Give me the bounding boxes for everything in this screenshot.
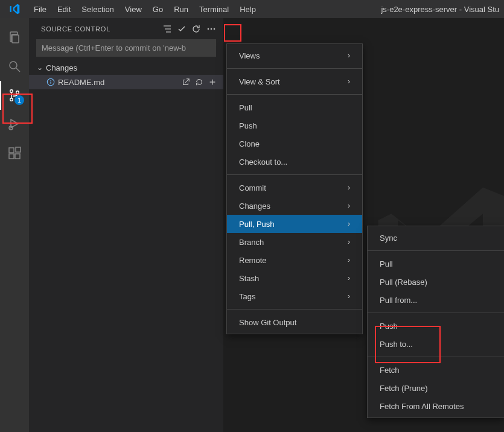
svg-point-4 [16,91,19,94]
menu-clone[interactable]: Clone [227,135,362,153]
menu-push[interactable]: Push [227,116,362,135]
svg-point-14 [211,28,212,30]
menu-checkout[interactable]: Checkout to... [227,153,362,171]
chevron-right-icon: › [348,274,350,282]
menu-run[interactable]: Run [169,2,193,16]
svg-point-3 [10,98,13,101]
chevron-right-icon: › [348,256,350,264]
activity-extensions[interactable] [0,139,29,168]
chevron-right-icon: › [348,238,350,246]
submenu-pull-rebase[interactable]: Pull (Rebase) [368,273,504,291]
menu-separator [227,309,362,310]
menu-pull[interactable]: Pull [227,98,362,116]
chevron-right-icon: › [348,51,350,60]
chevron-right-icon: › [348,77,350,86]
chevron-right-icon: › [348,220,350,228]
changed-file[interactable]: README.md [29,75,223,89]
svg-rect-7 [9,154,14,159]
menu-pull-push[interactable]: Pull, Push› [227,215,362,233]
changes-label: Changes [46,63,77,72]
info-file-icon [46,77,56,87]
menu-edit[interactable]: Edit [53,2,75,16]
menu-separator [368,357,504,357]
menu-commit[interactable]: Commit› [227,179,362,197]
scm-more-menu: Views› View & Sort› Pull Push Clone Chec… [226,43,363,334]
submenu-sync[interactable]: Sync [368,229,504,247]
submenu-fetch-prune[interactable]: Fetch (Prune) [368,379,504,397]
refresh-icon[interactable] [190,22,203,36]
commit-message-input[interactable]: Message (Ctrl+Enter to commit on 'new-b [36,39,216,57]
menu-tags[interactable]: Tags› [227,287,362,305]
discard-icon[interactable] [193,75,205,89]
scm-badge: 1 [14,95,24,105]
chevron-right-icon: › [348,202,350,210]
activity-bar: 1 [0,18,29,432]
submenu-pull[interactable]: Pull [368,255,504,273]
submenu-fetch-all[interactable]: Fetch From All Remotes [368,397,504,415]
window-title: js-e2e-express-server - Visual Stu [381,5,504,14]
panel-title: SOURCE CONTROL [41,25,161,33]
activity-explorer[interactable] [0,23,29,52]
svg-point-2 [10,90,13,93]
submenu-pull-from[interactable]: Pull from... [368,291,504,309]
activity-source-control[interactable]: 1 [0,81,29,110]
menu-bar: File Edit Selection View Go Run Terminal… [29,2,261,16]
submenu-fetch[interactable]: Fetch [368,361,504,379]
menu-remote[interactable]: Remote› [227,251,362,269]
svg-rect-8 [15,154,20,159]
menu-stash[interactable]: Stash› [227,269,362,287]
activity-run-debug[interactable] [0,110,29,139]
changes-section[interactable]: ⌄ Changes [29,60,223,75]
menu-branch[interactable]: Branch› [227,233,362,251]
view-as-tree-icon[interactable] [161,22,174,36]
menu-help[interactable]: Help [235,2,261,16]
pull-push-submenu: Sync Pull Pull (Rebase) Pull from... Pus… [367,226,504,418]
svg-rect-6 [9,148,14,153]
svg-point-0 [10,62,17,69]
menu-terminal[interactable]: Terminal [194,2,234,16]
svg-rect-9 [16,147,21,152]
menu-separator [368,313,504,313]
menu-show-git-output[interactable]: Show Git Output [227,313,362,331]
menu-view-sort[interactable]: View & Sort› [227,72,362,91]
activity-search[interactable] [0,52,29,81]
svg-point-18 [50,80,51,81]
commit-check-icon[interactable] [175,22,188,36]
menu-separator [227,94,362,95]
menu-file[interactable]: File [29,2,51,16]
more-actions-icon[interactable] [204,22,219,36]
stage-plus-icon[interactable] [206,75,219,89]
menu-separator [227,174,362,175]
menu-separator [368,250,504,251]
menu-changes[interactable]: Changes› [227,197,362,215]
submenu-push-to[interactable]: Push to... [368,335,504,353]
svg-point-13 [208,28,209,30]
open-file-icon[interactable] [180,75,192,89]
chevron-right-icon: › [348,183,350,192]
svg-line-1 [16,68,20,72]
source-control-panel: SOURCE CONTROL Message (Ctrl+Enter to co… [29,18,223,432]
file-name: README.md [58,78,180,87]
svg-point-15 [214,28,215,30]
submenu-push[interactable]: Push [368,317,504,335]
menu-separator [227,68,362,69]
menu-go[interactable]: Go [148,2,168,16]
chevron-down-icon: ⌄ [35,63,45,72]
menu-selection[interactable]: Selection [77,2,118,16]
menu-views[interactable]: Views› [227,46,362,65]
chevron-right-icon: › [348,292,350,300]
vscode-logo-icon [0,4,29,14]
menu-view[interactable]: View [120,2,147,16]
